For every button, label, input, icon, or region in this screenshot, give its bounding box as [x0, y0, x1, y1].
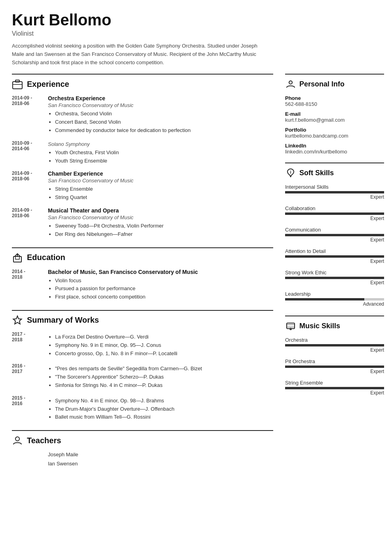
email-label: E-mail	[285, 111, 384, 117]
exp-list-1: Orchestra, Second Violin Concert Band, S…	[48, 110, 273, 134]
works-date-1: 2017 -2018	[12, 331, 42, 358]
candidate-bio: Accomplished violinist seeking a positio…	[12, 42, 257, 67]
experience-header: Experience	[12, 74, 273, 90]
skill-bar-fill-orchestra	[285, 344, 384, 346]
list-item: Der Ring des Nibelungen—Fafner	[55, 230, 273, 239]
works-item-2015: 2015 -2016 Symphony No. 4 in E minor, Op…	[12, 395, 273, 421]
skill-bar-fill-collaboration	[285, 212, 384, 215]
list-item: String Quartet	[55, 193, 273, 202]
personal-info-header: Personal Info	[285, 74, 384, 90]
music-skills-section: Music Skills Orchestra Expert Pit Orches…	[285, 316, 384, 396]
skill-bar-bg-collaboration	[285, 212, 384, 215]
portfolio-value: kurtbellomo.bandcamp.com	[285, 133, 384, 139]
skill-bar-bg-orchestra	[285, 344, 384, 346]
list-item: "Pres des remparts de Seville" Segedilla…	[55, 365, 273, 373]
works-header: Summary of Works	[12, 310, 273, 326]
email-value: kurt.f.bellomo@gmail.com	[285, 117, 384, 123]
skill-name-pit-orchestra: Pit Orchestra	[285, 358, 384, 364]
list-item: Symphony No. 4 in E minor, Op. 98—J. Bra…	[55, 397, 273, 405]
exp-org-4: San Francisco Conservatory of Music	[48, 214, 273, 220]
skill-bar-bg-leadership	[285, 298, 384, 300]
skill-interpersonal: Interpersonal Skills Expert	[285, 184, 384, 200]
list-item: String Ensemble	[55, 185, 273, 193]
phone-label: Phone	[285, 95, 384, 101]
skill-attention: Attention to Detail Expert	[285, 248, 384, 264]
main-content: Experience 2014-09 -2018-06 Orchestra Ex…	[0, 74, 392, 555]
skill-bar-fill-pit-orchestra	[285, 366, 384, 368]
list-item: Concert Band, Second Violin	[55, 118, 273, 126]
email-row: E-mail kurt.f.bellomo@gmail.com	[285, 111, 384, 123]
music-skills-header: Music Skills	[285, 316, 384, 331]
skill-level-attention: Expert	[285, 258, 384, 264]
svg-marker-6	[13, 316, 22, 324]
list-item: First place, school concerto competition	[55, 293, 273, 301]
list-item: "The Sorcerer's Apprentice" Scherzo—P. D…	[55, 373, 273, 381]
edu-date-1: 2014 -2018	[12, 269, 42, 301]
music-skills-icon	[285, 320, 296, 331]
education-section: Education 2014 -2018 Bachelor of Music, …	[12, 247, 273, 301]
skill-bar-fill-workethic	[285, 277, 384, 279]
exp-date-1: 2014-09 -2018-06	[12, 95, 42, 134]
works-title: Summary of Works	[27, 316, 99, 325]
works-body-2: "Pres des remparts de Seville" Segedilla…	[48, 363, 273, 389]
skill-bar-bg-attention	[285, 255, 384, 258]
linkedin-value: linkedin.com/in/kurtbellomo	[285, 149, 384, 155]
resume-page: Kurt Bellomo Violinist Accomplished viol…	[0, 0, 392, 555]
teacher-item-1: Joseph Maile	[12, 452, 273, 457]
exp-item-solano: 2010-09 -2014-06 Solano Symphony Youth O…	[12, 140, 273, 165]
left-column: Experience 2014-09 -2018-06 Orchestra Ex…	[0, 74, 281, 543]
works-item-2016: 2016 -2017 "Pres des remparts de Seville…	[12, 363, 273, 389]
soft-skills-title: Soft Skills	[299, 169, 334, 177]
skill-bar-fill-string-ensemble	[285, 387, 384, 389]
skill-bar-bg-pit-orchestra	[285, 366, 384, 368]
skill-bar-bg-communication	[285, 234, 384, 236]
teachers-title: Teachers	[27, 436, 61, 445]
teachers-icon	[12, 435, 23, 446]
skill-orchestra: Orchestra Expert	[285, 337, 384, 353]
teachers-spacer-1	[12, 452, 42, 457]
skill-level-collaboration: Expert	[285, 216, 384, 221]
skill-workethic: Strong Work Ethic Expert	[285, 270, 384, 285]
skill-name-workethic: Strong Work Ethic	[285, 270, 384, 276]
list-item: Commended by conductor twice for dedicat…	[55, 126, 273, 135]
exp-item-chamber: 2014-09 -2018-06 Chamber Experience San …	[12, 170, 273, 202]
exp-item-theater: 2014-09 -2018-06 Musical Theater and Ope…	[12, 207, 273, 239]
list-item: Youth String Ensemble	[55, 157, 273, 165]
experience-section: Experience 2014-09 -2018-06 Orchestra Ex…	[12, 74, 273, 238]
works-body-3: Symphony No. 4 in E minor, Op. 98—J. Bra…	[48, 395, 273, 421]
exp-list-2: Youth Orchestra, First Violin Youth Stri…	[48, 149, 273, 165]
works-list-2: "Pres des remparts de Seville" Segedilla…	[48, 365, 273, 389]
music-skills-title: Music Skills	[299, 322, 340, 330]
svg-rect-1	[15, 80, 19, 82]
personal-info-title: Personal Info	[299, 80, 344, 88]
phone-value: 562-688-8150	[285, 101, 384, 107]
skill-name-collaboration: Collaboration	[285, 205, 384, 211]
list-item: Concerto grosso, Op. 1, No. 8 in F minor…	[55, 350, 273, 358]
exp-org-1: San Francisco Conservatory of Music	[48, 102, 273, 108]
skill-name-string-ensemble: String Ensemble	[285, 380, 384, 386]
list-item: Youth Orchestra, First Violin	[55, 149, 273, 157]
skill-collaboration: Collaboration Expert	[285, 205, 384, 221]
personal-info-icon	[285, 78, 296, 90]
candidate-name: Kurt Bellomo	[12, 11, 380, 29]
linkedin-label: LinkedIn	[285, 143, 384, 149]
right-column: Personal Info Phone 562-688-8150 E-mail …	[281, 74, 392, 543]
teachers-spacer-2	[12, 461, 42, 467]
exp-title-4: Musical Theater and Opera	[48, 207, 273, 214]
skill-name-interpersonal: Interpersonal Skills	[285, 184, 384, 190]
skill-leadership: Leadership Advanced	[285, 291, 384, 307]
list-item: Violin focus	[55, 277, 273, 285]
header: Kurt Bellomo Violinist Accomplished viol…	[0, 0, 392, 74]
svg-rect-11	[287, 323, 295, 329]
linkedin-row: LinkedIn linkedin.com/in/kurtbellomo	[285, 143, 384, 155]
phone-row: Phone 562-688-8150	[285, 95, 384, 107]
portfolio-row: Portfolio kurtbellomo.bandcamp.com	[285, 127, 384, 139]
svg-point-7	[15, 437, 19, 441]
svg-point-8	[289, 81, 292, 84]
works-list-1: La Forza Del Destino Overture—G. Verdi S…	[48, 333, 273, 358]
edu-list-1: Violin focus Pursued a passion for perfo…	[48, 277, 273, 301]
soft-skills-section: Soft Skills Interpersonal Skills Expert …	[285, 163, 384, 307]
skill-name-orchestra: Orchestra	[285, 337, 384, 343]
exp-body-4: Musical Theater and Opera San Francisco …	[48, 207, 273, 239]
skill-bar-fill-leadership	[285, 298, 364, 300]
